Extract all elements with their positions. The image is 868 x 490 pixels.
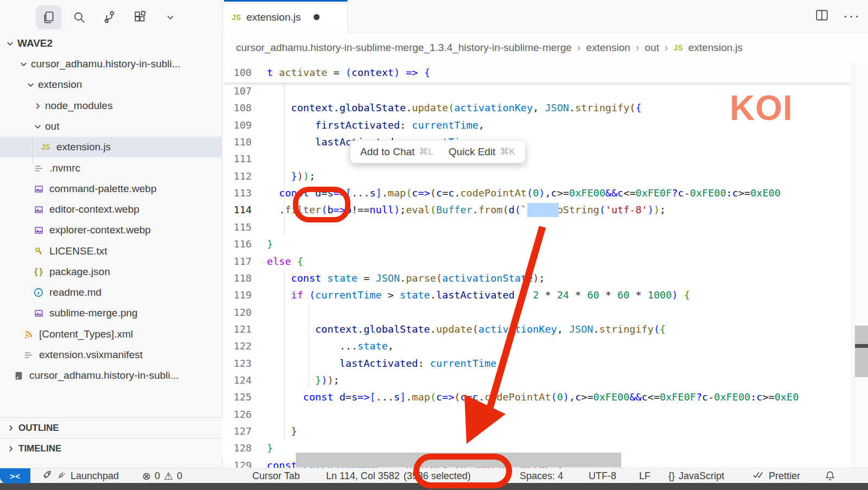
tree-item-label: cursor_adhamu.history-in-subli...	[29, 370, 179, 381]
tree-item-readme-md[interactable]: readme.md	[0, 282, 222, 303]
tree-item-license-txt[interactable]: LICENSE.txt	[0, 241, 222, 262]
line-number: 120	[223, 307, 267, 318]
indent-guide	[284, 82, 285, 236]
tree-root-wave2[interactable]: WAVE2	[0, 33, 222, 54]
tree-item-label: node_modules	[45, 100, 113, 112]
code-editor[interactable]: KOI 100 t activate = (context) => { 1071…	[223, 62, 851, 468]
breadcrumb-item[interactable]: extension.js	[688, 42, 743, 54]
settings-file-icon	[22, 351, 35, 360]
tree-item-editor-context-webp[interactable]: editor-context.webp	[0, 199, 222, 220]
tree-item-label: out	[45, 120, 59, 132]
code-line[interactable]: 126	[223, 406, 851, 423]
source-control-icon[interactable]	[97, 5, 123, 29]
tab-extension-js[interactable]: JS extension.js	[224, 0, 348, 33]
code-text: }	[267, 442, 273, 454]
breadcrumb-item[interactable]: extension	[586, 42, 630, 54]
tree-item-sublime-merge-png[interactable]: sublime-merge.png	[0, 303, 222, 323]
tree-item-folder-extension[interactable]: extension	[0, 74, 222, 95]
code-line[interactable]: 119if (currentTime > state.lastActivated…	[223, 287, 851, 303]
eol-button[interactable]: LF	[639, 468, 650, 483]
line-number: 100	[223, 67, 267, 78]
code-text: }));	[267, 374, 340, 386]
line-number: 112	[223, 170, 267, 182]
line-number: 111	[223, 153, 267, 164]
tree-item-folder-out[interactable]: out	[0, 116, 222, 137]
outline-panel-header[interactable]: OUTLINE	[0, 417, 222, 438]
tree-item-extension-js[interactable]: JS extension.js	[0, 137, 222, 157]
timeline-panel-header[interactable]: TIMELINE	[0, 438, 222, 459]
tree-item-label: LICENSE.txt	[49, 245, 107, 257]
code-line[interactable]: 127}	[223, 423, 851, 440]
code-line[interactable]: 117else {	[223, 253, 851, 270]
tree-item-package-json[interactable]: { } package.json	[0, 262, 222, 282]
chevron-right-icon	[32, 102, 43, 110]
tree-item-extension-vsixmanifest[interactable]: extension.vsixmanifest	[0, 345, 222, 365]
remote-indicator[interactable]: ><	[0, 468, 30, 483]
tree-item-label: editor-context.webp	[49, 203, 139, 215]
extensions-icon[interactable]	[127, 5, 153, 29]
unsaved-dot-icon[interactable]	[314, 14, 320, 20]
tree-item-nvmrc[interactable]: .nvmrc	[0, 158, 222, 179]
breadcrumb-separator: ›	[636, 41, 640, 54]
code-line[interactable]: 110lastActivated: currentTime,	[223, 133, 851, 150]
formatter-button[interactable]: Prettier	[753, 468, 800, 483]
quick-edit-button[interactable]: Quick Edit ⌘K	[449, 146, 515, 158]
breadcrumb-separator: ›	[577, 41, 581, 54]
language-mode-button[interactable]: {} JavaScript	[668, 468, 724, 483]
breadcrumb-item[interactable]: out	[645, 42, 659, 54]
tree-item-label: package.json	[49, 266, 110, 278]
cursor-tab-toggle[interactable]: Cursor Tab	[252, 468, 300, 483]
code-line[interactable]: 120	[223, 304, 851, 321]
line-number: 118	[223, 272, 267, 284]
code-line[interactable]: 116}	[223, 236, 851, 252]
code-line[interactable]: 112}));	[223, 168, 851, 184]
encoding-button[interactable]: UTF-8	[589, 468, 616, 483]
tree-item-command-palette-webp[interactable]: command-palette.webp	[0, 179, 222, 199]
scrollbar-track[interactable]	[854, 62, 868, 468]
code-lines[interactable]: 107108context.globalState.update(activat…	[223, 82, 851, 468]
code-line[interactable]: 121context.globalState.update(activation…	[223, 321, 851, 338]
code-line[interactable]: 111	[223, 150, 851, 167]
tree-item-folder[interactable]: cursor_adhamu.history-in-subli...	[0, 54, 222, 74]
code-line[interactable]: 124}));	[223, 372, 851, 389]
error-icon: ⊗	[142, 470, 151, 482]
code-line[interactable]: 125const d=s=>[...s].map(c=>(c=c.codePoi…	[223, 389, 851, 405]
line-number: 110	[223, 136, 267, 148]
tree-item-folder-node-modules[interactable]: node_modules	[0, 96, 222, 116]
breadcrumb-item[interactable]: cursor_adhamu.history-in-sublime-merge_1…	[236, 42, 572, 54]
tree-item-explorer-context-webp[interactable]: explorer-context.webp	[0, 220, 222, 240]
rocket-icon	[42, 469, 53, 483]
js-file-icon: JS	[232, 13, 241, 22]
split-editor-icon[interactable]	[815, 8, 829, 24]
notifications-bell-icon[interactable]	[825, 468, 835, 483]
tree-item-label: readme.md	[49, 287, 101, 298]
search-icon[interactable]	[66, 5, 92, 29]
line-number: 115	[223, 221, 267, 233]
launchpad-button[interactable]: Launchpad	[42, 468, 119, 483]
code-line[interactable]: 122...state,	[223, 338, 851, 354]
scrollbar-thumb[interactable]	[855, 326, 868, 377]
sticky-scroll-line[interactable]: 100 t activate = (context) => {	[223, 62, 851, 82]
problems-button[interactable]: ⊗ 0 ⚠ 0	[142, 468, 182, 483]
warning-icon: ⚠	[164, 470, 173, 482]
code-line[interactable]: 123lastActivated: currentTime	[223, 355, 851, 372]
code-text: lastActivated: currentTime	[267, 358, 496, 369]
tree-item-vsix-file[interactable]: cursor_adhamu.history-in-subli...	[0, 365, 222, 386]
line-col-indicator: Ln 114, Col 3582	[326, 470, 400, 482]
cursor-tab-label: Cursor Tab	[252, 470, 300, 482]
indentation-button[interactable]: Spaces: 4	[520, 468, 563, 483]
sidebar: WAVE2 cursor_adhamu.history-in-subli... …	[0, 0, 222, 468]
code-line[interactable]: 118const state = JSON.parse(activationSt…	[223, 270, 851, 287]
code-text: const d=s=>[...s].map(c=>(c=c.codePointA…	[267, 391, 799, 403]
more-actions-icon[interactable]: ···	[843, 8, 860, 24]
line-number: 129	[223, 460, 267, 468]
shortcut-hint: ⌘K	[500, 146, 515, 157]
add-to-chat-button[interactable]: Add to Chat ⌘L	[360, 146, 433, 158]
code-text: if (currentTime > state.lastActivated + …	[267, 289, 690, 301]
binary-file-icon	[12, 371, 25, 380]
chevron-down-icon[interactable]	[157, 5, 183, 29]
tree-item-label: cursor_adhamu.history-in-subli...	[31, 58, 181, 70]
tree-item-content-types-xml[interactable]: [Content_Types].xml	[0, 324, 222, 345]
files-icon[interactable]	[36, 5, 62, 29]
braces-icon: { }	[32, 267, 45, 277]
